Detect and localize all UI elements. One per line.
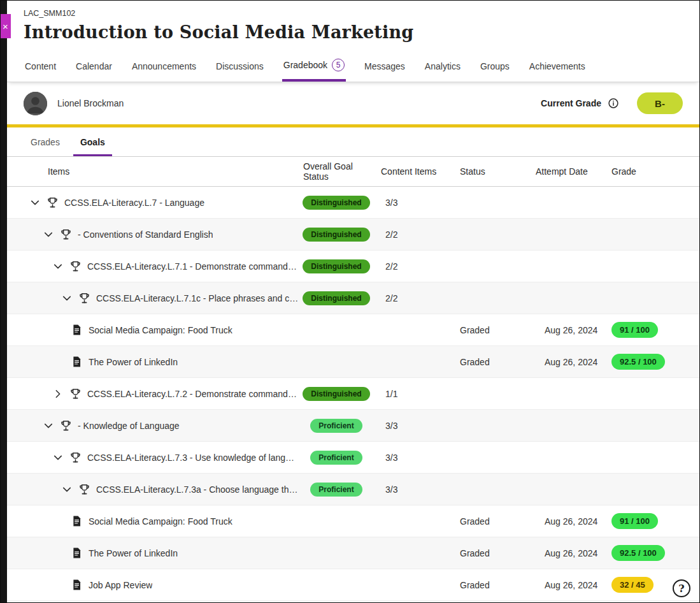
help-icon: ? xyxy=(678,583,684,595)
attempt-date-cell: Aug 26, 2024 xyxy=(525,548,603,558)
document-icon xyxy=(71,515,83,527)
goal-status-cell: Distinguished xyxy=(299,387,374,401)
course-title: Introduction to Social Media Marketing xyxy=(24,22,683,42)
column-header-goal-status: Overall Goal Status xyxy=(299,161,374,182)
document-icon xyxy=(71,579,83,591)
items-cell: CCSS.ELA-Literacy.L.7.3a - Choose langua… xyxy=(7,483,299,495)
collapse-chevron-icon[interactable] xyxy=(61,293,73,304)
collapse-chevron-icon[interactable] xyxy=(43,229,54,240)
content-item-row: The Power of LinkedInGradedAug 26, 20249… xyxy=(7,537,699,569)
nav-tab-messages[interactable]: Messages xyxy=(363,55,406,82)
goal-label: CCSS.ELA-Literacy.L.7.1 - Demonstrate co… xyxy=(87,261,299,272)
content-item-title[interactable]: The Power of LinkedIn xyxy=(89,548,178,558)
nav-tab-gradebook[interactable]: Gradebook5 xyxy=(282,53,346,82)
content-items-cell: 2/2 xyxy=(374,293,450,303)
items-cell: CCSS.ELA-Literacy.L.7.1c - Place phrases… xyxy=(7,292,299,304)
goal-trophy-icon xyxy=(78,483,90,495)
grade-pill[interactable]: 91 / 100 xyxy=(611,513,658,529)
current-grade-pill: B- xyxy=(637,92,683,114)
collapse-chevron-icon[interactable] xyxy=(43,420,54,432)
items-cell: - Conventions of Standard English xyxy=(7,228,299,240)
goal-label: CCSS.ELA-Literacy.L.7.3a - Choose langua… xyxy=(96,484,299,495)
goal-status-badge: Distinguished xyxy=(303,228,369,242)
goal-status-badge: Distinguished xyxy=(303,291,369,305)
goal-status-badge: Distinguished xyxy=(303,387,369,401)
grade-pill[interactable]: 32 / 45 xyxy=(611,577,654,593)
items-cell: CCSS.ELA-Literacy.L.7.2 - Demonstrate co… xyxy=(7,388,299,400)
grade-pill[interactable]: 92.5 / 100 xyxy=(611,545,665,561)
nav-tab-calendar[interactable]: Calendar xyxy=(75,55,113,82)
nav-tab-label: Messages xyxy=(364,61,405,71)
attempt-date-cell: Aug 26, 2024 xyxy=(525,357,603,367)
grade-pill[interactable]: 91 / 100 xyxy=(611,322,658,338)
column-header-date: Attempt Date xyxy=(525,166,603,177)
course-id: LAC_SMM102 xyxy=(24,9,683,18)
grade-cell: 92.5 / 100 xyxy=(603,545,699,561)
goal-trophy-icon xyxy=(69,388,82,400)
items-cell: - Knowledge of Language xyxy=(7,419,299,432)
goal-status-cell: Distinguished xyxy=(299,228,374,242)
goal-label: CCSS.ELA-Literacy.L.7.3 - Use knowledge … xyxy=(87,453,299,463)
document-icon xyxy=(71,356,83,368)
nav-tab-content[interactable]: Content xyxy=(24,55,57,82)
status-cell: Graded xyxy=(450,548,525,558)
subtab-grades[interactable]: Grades xyxy=(24,127,67,156)
goals-table-body: CCSS.ELA-Literacy.L.7 - LanguageDistingu… xyxy=(7,187,699,602)
goal-status-cell: Proficient xyxy=(299,419,374,433)
student-avatar xyxy=(24,92,47,115)
nav-tab-announcements[interactable]: Announcements xyxy=(131,55,197,82)
column-header-items: Items xyxy=(7,166,299,177)
goal-label: - Conventions of Standard English xyxy=(78,229,213,240)
goal-row: CCSS.ELA-Literacy.L.7 - LanguageDistingu… xyxy=(7,187,699,219)
base-nav-strip xyxy=(1,1,7,602)
goal-status-cell: Distinguished xyxy=(299,259,374,273)
content-item-title[interactable]: Social Media Campaign: Food Truck xyxy=(89,516,232,527)
help-button[interactable]: ? xyxy=(673,579,690,597)
document-icon xyxy=(71,547,83,559)
nav-tab-label: Groups xyxy=(480,61,510,71)
nav-tab-label: Discussions xyxy=(216,61,264,71)
attempt-date-cell: Aug 26, 2024 xyxy=(525,325,603,335)
goal-row: CCSS.ELA-Literacy.L.7.3a - Choose langua… xyxy=(7,474,699,505)
content-items-cell: 3/3 xyxy=(374,453,450,463)
student-name: Lionel Brockman xyxy=(57,98,124,108)
grade-pill[interactable]: 92.5 / 100 xyxy=(611,354,665,370)
items-cell: Social Media Campaign: Food Truck xyxy=(7,324,299,336)
status-cell: Graded xyxy=(450,325,525,335)
nav-tab-label: Calendar xyxy=(76,61,112,71)
nav-tab-discussions[interactable]: Discussions xyxy=(215,55,265,82)
goal-trophy-icon xyxy=(60,419,72,432)
collapse-chevron-icon[interactable] xyxy=(29,197,41,208)
nav-tab-analytics[interactable]: Analytics xyxy=(424,55,462,82)
collapse-chevron-icon[interactable] xyxy=(61,484,73,495)
attempt-date-cell: Aug 26, 2024 xyxy=(525,580,603,590)
nav-tab-label: Content xyxy=(25,61,56,71)
goal-row: - Knowledge of LanguageProficient3/3 xyxy=(7,410,699,442)
goal-trophy-icon xyxy=(60,228,72,240)
current-grade-zone: Current Grade B- xyxy=(541,92,683,114)
nav-tab-achievements[interactable]: Achievements xyxy=(528,55,587,82)
content-items-cell: 3/3 xyxy=(374,198,450,208)
goal-label: CCSS.ELA-Literacy.L.7 - Language xyxy=(64,198,204,208)
goals-table-header: ItemsOverall Goal StatusContent ItemsSta… xyxy=(7,157,699,187)
grade-cell: 91 / 100 xyxy=(603,322,699,338)
content-item-title[interactable]: The Power of LinkedIn xyxy=(89,357,178,367)
info-icon[interactable] xyxy=(608,98,619,109)
goal-status-badge: Proficient xyxy=(310,451,362,465)
items-cell: Job App Review xyxy=(7,579,299,591)
content-item-row: Job App ReviewGradedAug 26, 202432 / 45 xyxy=(7,569,699,601)
collapse-chevron-icon[interactable] xyxy=(52,452,64,463)
panel-close-tab[interactable]: × xyxy=(1,14,11,38)
subtab-goals[interactable]: Goals xyxy=(73,127,112,156)
collapse-chevron-icon[interactable] xyxy=(52,261,64,272)
nav-tab-label: Announcements xyxy=(132,61,196,71)
goal-row: CCSS.ELA-Literacy.L.7.3 - Use knowledge … xyxy=(7,442,699,474)
content-item-title[interactable]: Job App Review xyxy=(89,580,152,590)
gradebook-goals-screen: × LAC_SMM102 Introduction to Social Medi… xyxy=(0,0,700,603)
status-cell: Graded xyxy=(450,357,525,367)
goal-status-badge: Proficient xyxy=(310,483,362,497)
expand-chevron-icon[interactable] xyxy=(52,388,64,400)
student-bar: Lionel Brockman Current Grade B- xyxy=(7,82,699,124)
content-item-title[interactable]: Social Media Campaign: Food Truck xyxy=(89,325,232,335)
nav-tab-groups[interactable]: Groups xyxy=(479,55,511,82)
